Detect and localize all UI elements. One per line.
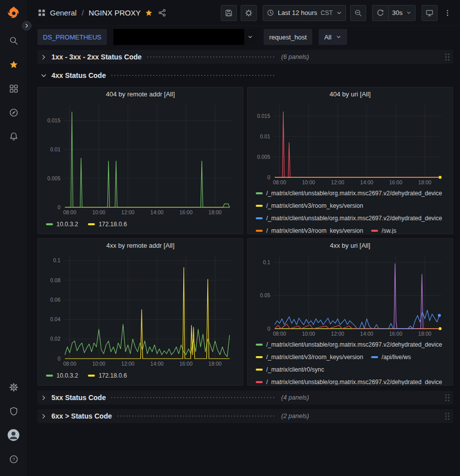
time-series-chart[interactable]: 08:0010:0012:0014:0016:0018:0000.0050.01… <box>42 101 239 217</box>
legend-item[interactable]: /_matrix/client/v3/room_keys/version <box>256 351 363 364</box>
svg-text:14:00: 14:00 <box>360 331 373 337</box>
legend-swatch <box>256 192 263 194</box>
sidebar-item-profile[interactable] <box>3 425 23 445</box>
save-icon <box>225 9 233 17</box>
legend-item[interactable]: /_matrix/client/v3/room_keys/version <box>256 200 363 212</box>
refresh-interval-dropdown[interactable]: 30s <box>388 5 416 21</box>
share-dashboard-button[interactable] <box>158 8 166 17</box>
star-icon <box>145 9 153 17</box>
more-options-button[interactable] <box>442 5 454 21</box>
time-range-label: Last 12 hours <box>278 9 317 16</box>
expand-sidebar-button[interactable] <box>22 21 31 30</box>
svg-text:12:00: 12:00 <box>331 331 344 337</box>
datasource-variable-select[interactable] <box>113 29 256 45</box>
svg-text:0: 0 <box>267 174 270 180</box>
time-range-picker[interactable]: Last 12 hours CST <box>263 5 346 21</box>
legend-item[interactable]: /_matrix/client/v3/room_keys/version <box>256 225 363 234</box>
svg-text:0.1: 0.1 <box>53 257 60 263</box>
legend-item[interactable]: /api/live/ws <box>371 351 411 364</box>
drag-handle-icon[interactable] <box>445 53 450 61</box>
drag-handle-icon[interactable] <box>445 394 450 402</box>
grafana-logo[interactable] <box>5 4 22 21</box>
svg-text:14:00: 14:00 <box>150 361 163 367</box>
svg-text:18:00: 18:00 <box>418 331 431 337</box>
datasource-variable-value <box>113 29 244 45</box>
legend-item[interactable]: 172.18.0.6 <box>88 372 127 379</box>
clock-icon <box>267 9 274 16</box>
legend-item[interactable]: 10.0.3.2 <box>46 221 78 228</box>
legend-item[interactable]: /_matrix/client/unstable/org.matrix.msc2… <box>256 187 442 200</box>
star-icon <box>9 60 18 69</box>
time-zone-label: CST <box>321 9 333 16</box>
panel-title[interactable]: 4xx by uri [All] <box>252 239 449 253</box>
svg-text:0: 0 <box>57 204 60 210</box>
svg-text:0: 0 <box>57 356 60 362</box>
request-host-variable-select[interactable]: All <box>319 29 347 45</box>
svg-text:0.01: 0.01 <box>260 133 271 139</box>
sidebar-item-help[interactable]: ? <box>3 449 23 469</box>
svg-text:16:00: 16:00 <box>389 179 402 185</box>
legend-swatch <box>256 205 263 207</box>
svg-text:0.005: 0.005 <box>257 154 270 160</box>
legend-swatch <box>88 223 95 225</box>
legend-item[interactable]: /_matrix/client/unstable/org.matrix.msc2… <box>256 339 442 351</box>
refresh-dashboard-button[interactable] <box>372 5 388 21</box>
zoom-out-icon <box>354 9 362 17</box>
row-panel-count: (6 panels) <box>281 53 309 60</box>
drag-handle-icon[interactable] <box>445 412 450 421</box>
row-header-5xx[interactable]: 5xx Status Code (4 panels) <box>37 391 453 405</box>
legend-item[interactable]: /sw.js <box>371 225 396 234</box>
row-header-4xx[interactable]: 4xx Status Code <box>37 68 453 82</box>
sidebar-item-search[interactable] <box>3 30 23 50</box>
time-series-chart[interactable]: 08:0010:0012:0014:0016:0018:0000.050.1 <box>252 253 449 339</box>
sidebar-item-explore[interactable] <box>3 102 23 122</box>
sidebar-item-configuration[interactable] <box>3 377 23 397</box>
legend-item[interactable]: /_matrix/client/unstable/org.matrix.msc2… <box>256 212 442 225</box>
svg-text:16:00: 16:00 <box>389 331 402 337</box>
datasource-variable-label[interactable]: DS_PROMETHEUS <box>37 29 107 45</box>
panel-404-by-remote-addr: 404 by remote addr [All] 08:0010:0012:00… <box>37 87 243 234</box>
dashboard-settings-button[interactable] <box>241 5 257 21</box>
tv-mode-button[interactable] <box>422 5 438 21</box>
zoom-out-time-button[interactable] <box>350 5 366 21</box>
panels-grid: 404 by remote addr [All] 08:0010:0012:00… <box>37 87 453 386</box>
svg-text:10:00: 10:00 <box>92 209 105 215</box>
row-header-6xx[interactable]: 6xx > Status Code (2 panels) <box>37 409 453 423</box>
panel-title[interactable]: 404 by remote addr [All] <box>42 87 239 101</box>
save-dashboard-button[interactable] <box>221 5 237 21</box>
svg-text:0.01: 0.01 <box>50 146 61 152</box>
row-header-1xx-3xx-2xx[interactable]: 1xx - 3xx - 2xx Status Code (6 panels) <box>37 50 453 64</box>
breadcrumb: General / NGINX PROXY <box>37 8 166 17</box>
time-series-chart[interactable]: 08:0010:0012:0014:0016:0018:0000.0050.01… <box>252 101 449 187</box>
sidebar-item-starred[interactable] <box>3 54 23 74</box>
request-host-variable-label[interactable]: request_host <box>264 29 312 45</box>
refresh-interval-value: 30s <box>392 9 403 16</box>
svg-text:18:00: 18:00 <box>418 179 431 185</box>
sidebar-item-alerting[interactable] <box>3 126 23 146</box>
svg-text:0.015: 0.015 <box>257 113 270 119</box>
admin-shield-icon <box>9 407 18 416</box>
panel-title[interactable]: 404 by uri [All] <box>252 87 449 101</box>
svg-text:18:00: 18:00 <box>208 209 221 215</box>
user-avatar <box>7 429 20 442</box>
breadcrumb-dashboard-title[interactable]: NGINX PROXY <box>89 8 141 17</box>
legend-swatch <box>256 369 263 371</box>
svg-text:08:00: 08:00 <box>63 361 76 367</box>
breadcrumb-folder[interactable]: General <box>50 8 76 17</box>
svg-text:16:00: 16:00 <box>179 361 192 367</box>
sidebar-item-server-admin[interactable] <box>3 401 23 421</box>
legend-item[interactable]: /_matrix/client/r0/sync <box>256 364 324 376</box>
chevron-right-icon <box>24 23 29 28</box>
time-series-chart[interactable]: 08:0010:0012:0014:0016:0018:0000.020.040… <box>42 253 239 369</box>
legend-item[interactable]: /_matrix/client/unstable/org.matrix.msc2… <box>256 376 442 385</box>
legend-item[interactable]: 10.0.3.2 <box>46 372 78 379</box>
chevron-down-icon <box>247 34 253 40</box>
panel-title[interactable]: 4xx by remote addr [All] <box>42 239 239 253</box>
chevron-right-icon <box>40 54 47 60</box>
svg-text:08:00: 08:00 <box>273 331 286 337</box>
sidebar-item-dashboards[interactable] <box>3 78 23 98</box>
legend-item[interactable]: 172.18.0.6 <box>88 221 127 228</box>
favorite-star-button[interactable] <box>145 9 153 17</box>
legend-swatch <box>371 356 378 358</box>
svg-text:0.08: 0.08 <box>50 277 61 283</box>
